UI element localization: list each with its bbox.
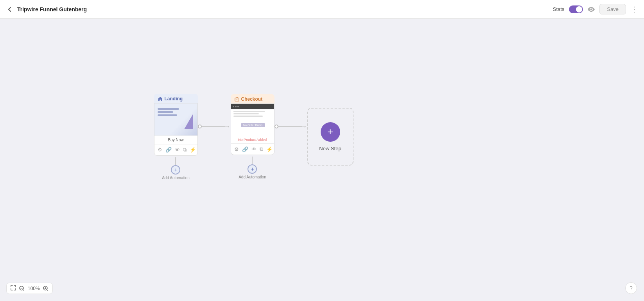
preview-line-3: [158, 114, 177, 116]
new-step-container: + New Step: [307, 108, 353, 166]
checkout-title: Checkout: [241, 96, 263, 102]
new-step-card[interactable]: + New Step: [307, 108, 353, 166]
more-options-button[interactable]: ⋮: [631, 5, 638, 14]
landing-body[interactable]: Buy Now ⚙ 🔗 👁 ⧉ ⚡: [154, 103, 198, 156]
checkout-preview: No Order Bump: [231, 104, 274, 136]
landing-automation-icon[interactable]: ⚡: [190, 147, 196, 153]
landing-add-automation-button[interactable]: +: [171, 165, 180, 175]
checkout-automation: + Add Automation: [239, 157, 266, 179]
checkout-step-icons: ⚙ 🔗 👁 ⧉ ⚡: [231, 143, 274, 155]
checkout-settings-icon[interactable]: ⚙: [234, 146, 239, 152]
new-step-plus-icon: +: [321, 122, 340, 142]
connector-circle-2: [274, 125, 278, 128]
landing-header: Landing: [154, 94, 198, 103]
landing-action-label: Buy Now: [154, 135, 197, 144]
checkout-line-1: [233, 111, 265, 112]
bottom-toolbar: 100%: [6, 283, 53, 294]
checkout-copy-icon[interactable]: ⧉: [260, 146, 263, 152]
zoom-level: 100%: [28, 286, 40, 291]
checkout-line-3: [233, 116, 263, 117]
header-right: Stats Save ⋮: [553, 4, 638, 14]
checkout-icon: [235, 97, 239, 102]
preview-line-1: [158, 108, 179, 110]
preview-lines: [158, 108, 179, 118]
preview-button[interactable]: [588, 7, 595, 12]
landing-icon: [158, 96, 163, 101]
landing-auto-line: [175, 157, 176, 165]
zoom-out-button[interactable]: [19, 286, 25, 291]
checkout-top-bar: [231, 104, 274, 109]
landing-copy-icon[interactable]: ⧉: [183, 147, 187, 153]
header-left: Tripwire Funnel Gutenberg: [6, 6, 87, 13]
preview-triangle: [184, 114, 193, 129]
checkout-link-icon[interactable]: 🔗: [242, 146, 248, 152]
landing-step-icons: ⚙ 🔗 👁 ⧉ ⚡: [154, 144, 197, 155]
connector-2: →: [274, 123, 307, 131]
checkout-dot-3: [237, 106, 239, 107]
stats-label: Stats: [553, 6, 565, 12]
page-title: Tripwire Funnel Gutenberg: [17, 6, 87, 12]
landing-automation: + Add Automation: [162, 157, 190, 180]
connector-line-1: [202, 126, 225, 127]
checkout-automation-icon[interactable]: ⚡: [266, 146, 273, 152]
canvas: Landing Buy Now ⚙ 🔗: [0, 19, 644, 301]
checkout-line-2: [233, 113, 259, 114]
checkout-eye-icon[interactable]: 👁: [251, 146, 257, 152]
landing-preview: [154, 103, 198, 135]
connector-line-2: [278, 126, 302, 127]
zoom-in-button[interactable]: [43, 286, 48, 291]
help-button[interactable]: ?: [625, 282, 637, 294]
checkout-auto-label: Add Automation: [239, 175, 266, 179]
checkout-auto-line: [252, 157, 253, 164]
landing-card: Landing Buy Now ⚙ 🔗: [154, 94, 198, 156]
landing-title: Landing: [165, 96, 183, 102]
connector-1: →: [198, 123, 231, 131]
landing-step: Landing Buy Now ⚙ 🔗: [154, 94, 198, 180]
checkout-header: Checkout: [231, 94, 274, 103]
preview-line-2: [158, 111, 173, 113]
checkout-add-automation-button[interactable]: +: [248, 164, 257, 174]
stats-toggle[interactable]: [569, 5, 583, 13]
landing-eye-icon[interactable]: 👁: [175, 147, 180, 153]
checkout-dot-1: [233, 106, 234, 107]
save-button[interactable]: Save: [599, 4, 626, 14]
no-order-bump-badge: No Order Bump: [241, 123, 265, 127]
fullscreen-button[interactable]: [11, 285, 16, 292]
checkout-step: Checkout No Order: [231, 94, 274, 179]
svg-point-1: [237, 99, 237, 100]
header: Tripwire Funnel Gutenberg Stats Save ⋮: [0, 0, 644, 19]
landing-link-icon[interactable]: 🔗: [165, 147, 172, 153]
checkout-lines-area: [231, 109, 274, 119]
landing-auto-label: Add Automation: [162, 176, 190, 180]
landing-settings-icon[interactable]: ⚙: [158, 147, 162, 153]
connector-circle-1: [198, 125, 202, 128]
back-button[interactable]: [6, 6, 13, 13]
new-step-label: New Step: [319, 146, 341, 151]
funnel-flow: Landing Buy Now ⚙ 🔗: [154, 94, 353, 180]
checkout-card: Checkout No Order: [231, 94, 274, 155]
checkout-dot-2: [235, 106, 237, 107]
no-product-added: No Product Added: [231, 136, 274, 143]
checkout-body[interactable]: No Order Bump No Product Added ⚙ 🔗 👁 ⧉ ⚡: [231, 103, 274, 155]
